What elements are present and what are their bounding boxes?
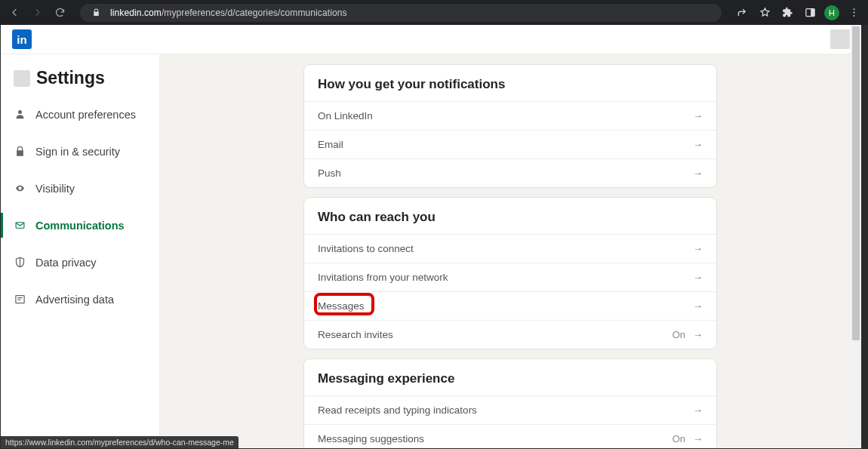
sidebar-item-label: Visibility	[35, 183, 75, 195]
back-icon-placeholder[interactable]	[14, 70, 30, 87]
section-title: How you get your notifications	[304, 65, 716, 101]
setting-row-invitations-network[interactable]: Invitations from your network →	[304, 263, 716, 291]
section-title: Messaging experience	[304, 359, 716, 395]
arrow-right-icon: →	[693, 139, 703, 150]
profile-avatar[interactable]: H	[824, 5, 839, 20]
svg-point-5	[18, 110, 22, 114]
page: in Settings Account preferences	[1, 25, 861, 448]
star-icon[interactable]	[756, 5, 773, 21]
sidebar-item-label: Advertising data	[35, 294, 114, 306]
row-label: Invitations from your network	[318, 272, 448, 283]
svg-point-3	[853, 12, 854, 14]
section-card-notifications: How you get your notifications On Linked…	[304, 65, 716, 187]
scrollbar-track[interactable]	[851, 25, 861, 448]
setting-row-invitations-connect[interactable]: Invitations to connect →	[304, 235, 716, 263]
row-label: On LinkedIn	[318, 110, 373, 121]
setting-row-messages[interactable]: Messages →	[304, 292, 716, 320]
row-label: Messaging suggestions	[318, 433, 424, 444]
sidebar-item-sign-in-security[interactable]: Sign in & security	[1, 133, 159, 170]
eye-icon	[14, 182, 26, 195]
sidebar-title: Settings	[36, 68, 105, 88]
sidebar-item-label: Account preferences	[35, 109, 136, 121]
svg-rect-1	[811, 9, 814, 17]
arrow-right-icon: →	[693, 243, 703, 254]
url-text: linkedin.com/mypreferences/d/categories/…	[110, 8, 347, 18]
content: Settings Account preferences Sign in & s…	[1, 54, 861, 448]
row-label: Push	[318, 168, 341, 179]
arrow-right-icon: →	[693, 404, 703, 416]
header-avatar[interactable]	[830, 29, 850, 49]
browser-chrome: linkedin.com/mypreferences/d/categories/…	[0, 0, 868, 25]
arrow-right-icon: →	[693, 110, 703, 121]
main-panel: How you get your notifications On Linked…	[159, 54, 861, 448]
setting-row-push[interactable]: Push →	[304, 159, 716, 187]
sidebar-item-label: Data privacy	[35, 257, 97, 269]
lock-icon	[14, 145, 26, 158]
site-header: in	[1, 25, 861, 54]
scrollbar-thumb[interactable]	[852, 26, 860, 340]
linkedin-logo[interactable]: in	[12, 29, 32, 49]
sidebar-item-account-preferences[interactable]: Account preferences	[1, 96, 159, 133]
back-button[interactable]	[6, 5, 23, 21]
section-card-messaging-experience: Messaging experience Read receipts and t…	[304, 359, 716, 448]
newspaper-icon	[14, 293, 26, 306]
arrow-right-icon: →	[693, 433, 703, 444]
row-label: Read receipts and typing indicators	[318, 404, 477, 416]
section-title: Who can reach you	[304, 198, 716, 234]
setting-row-messaging-suggestions[interactable]: Messaging suggestions On→	[304, 425, 716, 448]
panel-icon[interactable]	[802, 5, 818, 21]
arrow-right-icon: →	[693, 329, 703, 340]
mail-icon	[14, 219, 26, 232]
setting-row-research-invites[interactable]: Research invites On→	[304, 321, 716, 349]
forward-button[interactable]	[29, 5, 45, 21]
url-bar[interactable]: linkedin.com/mypreferences/d/categories/…	[80, 4, 722, 22]
menu-icon[interactable]	[845, 5, 862, 21]
svg-point-2	[853, 8, 854, 10]
arrow-right-icon: →	[693, 300, 703, 312]
sidebar: Settings Account preferences Sign in & s…	[1, 54, 159, 448]
page-wrap: in Settings Account preferences	[0, 25, 868, 449]
shield-icon	[14, 256, 26, 269]
sidebar-item-label: Sign in & security	[35, 146, 120, 158]
arrow-right-icon: →	[693, 168, 703, 179]
row-label: Messages	[318, 300, 365, 312]
svg-point-4	[853, 15, 854, 17]
section-card-reach-you: Who can reach you Invitations to connect…	[304, 198, 716, 349]
sidebar-title-row: Settings	[1, 68, 159, 96]
person-icon	[14, 108, 26, 121]
status-bar-url: https://www.linkedin.com/mypreferences/d…	[1, 436, 239, 448]
lock-icon	[88, 5, 104, 21]
sidebar-item-data-privacy[interactable]: Data privacy	[1, 244, 159, 281]
row-label: Invitations to connect	[318, 243, 414, 254]
reload-button[interactable]	[51, 5, 68, 21]
share-icon[interactable]	[734, 5, 750, 21]
arrow-right-icon: →	[693, 272, 703, 283]
sidebar-item-communications[interactable]: Communications	[1, 207, 159, 244]
row-value: On	[673, 329, 685, 340]
row-label: Email	[318, 139, 343, 150]
sidebar-item-advertising-data[interactable]: Advertising data	[1, 281, 159, 318]
row-value: On	[673, 433, 685, 444]
extensions-icon[interactable]	[779, 5, 796, 21]
setting-row-read-receipts[interactable]: Read receipts and typing indicators →	[304, 396, 716, 424]
row-label: Research invites	[318, 329, 393, 340]
setting-row-email[interactable]: Email →	[304, 131, 716, 158]
sidebar-item-visibility[interactable]: Visibility	[1, 170, 159, 207]
sidebar-item-label: Communications	[35, 220, 125, 232]
setting-row-on-linkedin[interactable]: On LinkedIn →	[304, 102, 716, 130]
